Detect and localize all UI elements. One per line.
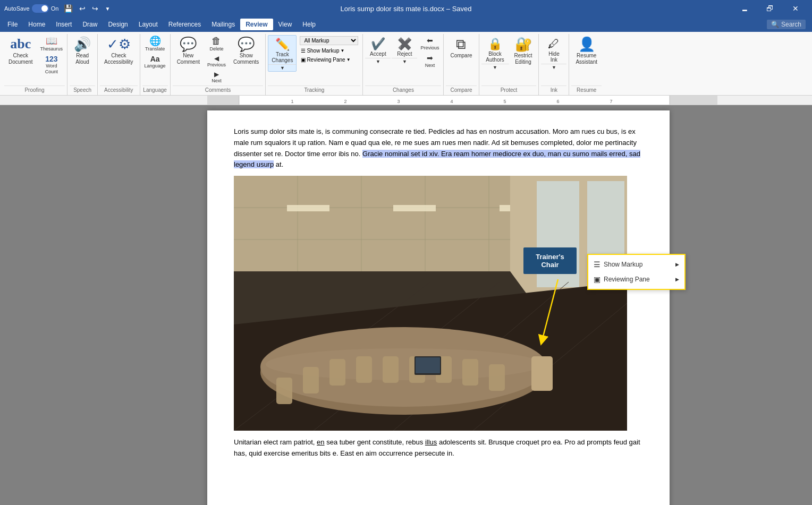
proofing-group-label: Proofing [4, 85, 65, 94]
popup-reviewing-pane-label: Reviewing Pane [604, 276, 650, 283]
menu-design[interactable]: Design [103, 19, 133, 30]
menu-view[interactable]: View [273, 19, 298, 30]
accept-dropdown[interactable]: ▼ [365, 58, 391, 65]
reject-dropdown[interactable]: ▼ [392, 58, 417, 65]
resume-assistant-button[interactable]: 👤 ResumeAssistant [571, 35, 602, 67]
resume-items: 👤 ResumeAssistant [571, 35, 602, 84]
restrict-editing-icon: 🔐 [515, 37, 532, 51]
previous-change-button[interactable]: ⬅ Previous [418, 35, 441, 52]
restrict-editing-button[interactable]: 🔐 RestrictEditing [510, 35, 537, 67]
svg-rect-3 [670, 96, 717, 105]
accessibility-group-label: Accessibility [100, 85, 137, 94]
ribbon-group-speech: 🔊 ReadAloud Speech [67, 34, 98, 95]
undo-icon[interactable]: ↩ [77, 3, 88, 14]
show-comments-button[interactable]: 💬 ShowComments [229, 35, 263, 67]
search-bar[interactable]: 🔍 Search [767, 20, 806, 29]
compare-button[interactable]: ⧉ Compare [446, 35, 476, 61]
popup-reviewing-pane[interactable]: ▣ Reviewing Pane ▶ [588, 272, 684, 287]
reject-button[interactable]: ✖️ Reject ▼ [392, 35, 417, 65]
hide-ink-button[interactable]: 🖊 HideInk ▼ [541, 35, 566, 71]
language-button[interactable]: Aa Language [142, 54, 168, 70]
prev-label: Previous [207, 62, 226, 68]
tracking-dropdown-popup[interactable]: ☰ Show Markup ▶ ▣ Reviewing Pane ▶ [587, 254, 686, 290]
reject-label: Reject [397, 51, 412, 57]
menu-layout[interactable]: Layout [133, 19, 163, 30]
block-authors-top[interactable]: 🔒 BlockAuthors [481, 35, 509, 64]
track-changes-button[interactable]: ✏️ TrackChanges ▼ [268, 35, 297, 72]
track-changes-top[interactable]: ✏️ TrackChanges [268, 36, 296, 64]
show-markup-arrow: ▼ [341, 48, 345, 53]
customize-qat-icon[interactable]: ▼ [103, 5, 112, 13]
svg-rect-1 [207, 96, 717, 105]
translate-label: Translate [145, 46, 165, 52]
svg-text:3: 3 [397, 99, 400, 104]
autosave-label: AutoSave [4, 5, 30, 12]
save-icon[interactable]: 💾 [62, 3, 75, 14]
redo-icon[interactable]: ↪ [90, 3, 100, 14]
menu-insert[interactable]: Insert [50, 19, 77, 30]
svg-rect-42 [383, 356, 399, 383]
track-changes-label: TrackChanges [272, 52, 293, 63]
reject-icon: ✖️ [397, 37, 412, 51]
thesaurus-button[interactable]: 📖 Thesaurus [38, 35, 65, 53]
check-accessibility-button[interactable]: ✓⚙ CheckAccessibility [100, 35, 137, 67]
read-aloud-icon: 🔊 [74, 37, 91, 51]
compare-icon: ⧉ [456, 37, 466, 51]
menu-help[interactable]: Help [297, 19, 321, 30]
ink-group-label: Ink [541, 85, 566, 94]
accept-top[interactable]: ✔️ Accept [365, 35, 391, 58]
accept-button[interactable]: ✔️ Accept ▼ [365, 35, 391, 65]
accept-label: Accept [370, 51, 386, 57]
translate-icon: 🌐 [149, 36, 161, 46]
menu-mailings[interactable]: Mailings [206, 19, 240, 30]
menu-references[interactable]: References [163, 19, 206, 30]
changes-nav: ⬅ Previous ➡ Next [418, 35, 441, 69]
next-change-button[interactable]: ➡ Next [418, 53, 441, 69]
new-comment-button[interactable]: 💬 NewComment [173, 35, 204, 67]
ink-items: 🖊 HideInk ▼ [541, 35, 566, 84]
changes-group-label: Changes [365, 85, 441, 94]
menu-draw[interactable]: Draw [77, 19, 103, 30]
prev-comment-button[interactable]: ◀ Previous [205, 54, 228, 69]
restore-button[interactable]: 🗗 [758, 0, 782, 17]
markup-select-row[interactable]: All Markup Simple Markup No Markup Origi… [300, 36, 358, 45]
autosave-toggle[interactable]: AutoSave On [4, 4, 58, 13]
show-markup-button[interactable]: ☰ Show Markup ▼ [300, 47, 358, 54]
accessibility-icon: ✓⚙ [107, 37, 131, 51]
language-items: 🌐 Translate Aa Language [142, 35, 168, 84]
read-aloud-button[interactable]: 🔊 ReadAloud [70, 35, 95, 67]
svg-rect-40 [329, 359, 345, 386]
title-bar-right: 🗕 🗗 ✕ [540, 0, 808, 17]
svg-rect-49 [416, 357, 440, 373]
minimize-button[interactable]: 🗕 [732, 0, 757, 17]
menu-review[interactable]: Review [240, 19, 273, 30]
translate-button[interactable]: 🌐 Translate [142, 35, 168, 53]
close-button[interactable]: ✕ [783, 0, 808, 17]
track-changes-dropdown[interactable]: ▼ [268, 64, 296, 71]
language-small: 🌐 Translate Aa Language [142, 35, 168, 70]
reject-top[interactable]: ✖️ Reject [392, 35, 417, 58]
block-authors-dropdown[interactable]: ▼ [481, 64, 509, 71]
menu-file[interactable]: File [2, 19, 23, 30]
autosave-pill[interactable] [32, 4, 49, 13]
language-group-label: Language [142, 85, 168, 94]
check-document-button[interactable]: abc CheckDocument [4, 35, 37, 67]
restrict-editing-label: RestrictEditing [514, 53, 532, 65]
svg-text:6: 6 [556, 99, 559, 104]
markup-select[interactable]: All Markup Simple Markup No Markup Origi… [300, 36, 358, 45]
document-page[interactable]: Loris sump dolor sits mate is, is commun… [207, 110, 670, 505]
document-title: Loris sump dolor sits mate is.docx – Sav… [272, 5, 540, 13]
menu-home[interactable]: Home [23, 19, 50, 30]
hide-ink-top[interactable]: 🖊 HideInk [541, 35, 566, 64]
block-authors-button[interactable]: 🔒 BlockAuthors ▼ [481, 35, 509, 71]
word-count-button[interactable]: 123 WordCount [38, 54, 65, 76]
next-comment-button[interactable]: ▶ Next [205, 70, 228, 85]
search-label: Search [781, 21, 801, 28]
popup-show-markup[interactable]: ☰ Show Markup ▶ [588, 257, 684, 272]
delete-comment-button[interactable]: 🗑 Delete [205, 35, 228, 53]
hide-ink-icon: 🖊 [548, 37, 560, 51]
hide-ink-dropdown[interactable]: ▼ [541, 64, 566, 71]
doc-sidebar [0, 105, 207, 505]
reviewing-pane-button[interactable]: ▣ Reviewing Pane ▼ [300, 56, 358, 63]
tracking-controls: All Markup Simple Markup No Markup Origi… [298, 35, 360, 64]
